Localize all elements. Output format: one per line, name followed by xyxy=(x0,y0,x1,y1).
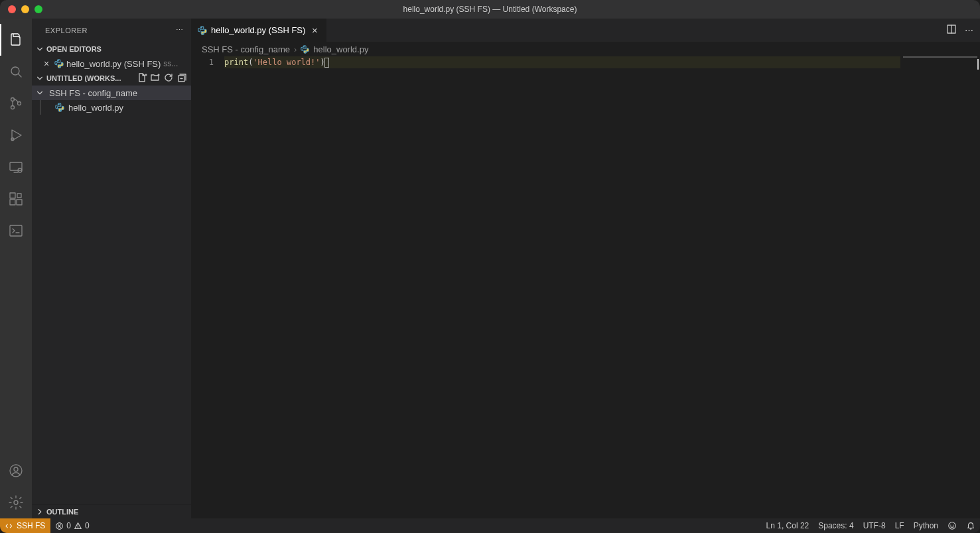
python-file-icon xyxy=(54,59,64,68)
text-cursor xyxy=(324,58,329,68)
close-icon[interactable]: × xyxy=(41,58,52,69)
folder-row[interactable]: SSH FS - config_name xyxy=(32,86,191,100)
workspace-section[interactable]: UNTITLED (WORKS... xyxy=(32,71,191,86)
python-file-icon xyxy=(301,45,309,54)
minimize-window-button[interactable] xyxy=(21,5,29,13)
breadcrumb-file[interactable]: hello_world.py xyxy=(313,44,368,54)
sidebar-more-icon[interactable]: ⋯ xyxy=(176,26,184,34)
svg-point-13 xyxy=(14,467,18,471)
python-file-icon xyxy=(198,26,207,35)
chevron-right-icon xyxy=(35,506,45,517)
svg-rect-10 xyxy=(17,194,21,198)
refresh-icon[interactable] xyxy=(163,72,174,84)
code-editor[interactable]: 1 print('Hello world!') xyxy=(191,56,980,518)
language-status[interactable]: Python xyxy=(909,518,943,533)
svg-point-14 xyxy=(14,501,18,504)
svg-rect-11 xyxy=(10,225,22,236)
run-debug-icon[interactable] xyxy=(0,119,32,151)
close-window-button[interactable] xyxy=(8,5,16,13)
editor-area: hello_world.py (SSH FS) × ⋯ SSH FS - con… xyxy=(191,19,980,518)
scroll-indicator xyxy=(977,59,979,70)
chevron-down-icon xyxy=(35,44,45,54)
close-tab-icon[interactable]: × xyxy=(309,25,320,36)
feedback-icon[interactable] xyxy=(943,518,961,533)
settings-gear-icon[interactable] xyxy=(0,487,32,518)
chevron-right-icon: › xyxy=(294,44,297,54)
sidebar: EXPLORER ⋯ OPEN EDITORS × hello_world.py… xyxy=(32,19,191,518)
line-gutter: 1 xyxy=(191,56,224,518)
svg-point-4 xyxy=(11,138,14,141)
cursor-position[interactable]: Ln 1, Col 22 xyxy=(762,518,814,533)
file-row[interactable]: hello_world.py xyxy=(40,100,191,115)
new-file-icon[interactable] xyxy=(137,72,147,84)
python-file-icon xyxy=(55,103,64,112)
problems-status[interactable]: 0 0 xyxy=(50,518,94,533)
more-actions-icon[interactable]: ⋯ xyxy=(965,25,973,35)
search-icon[interactable] xyxy=(0,56,32,88)
vscode-window: hello_world.py (SSH FS) — Untitled (Work… xyxy=(0,0,980,533)
svg-point-18 xyxy=(949,522,956,530)
editor-tabs: hello_world.py (SSH FS) × ⋯ xyxy=(191,19,980,42)
eol-status[interactable]: LF xyxy=(890,518,909,533)
titlebar: hello_world.py (SSH FS) — Untitled (Work… xyxy=(0,0,980,19)
remote-explorer-icon[interactable] xyxy=(0,151,32,183)
outline-section[interactable]: OUTLINE xyxy=(32,504,191,518)
status-bar: SSH FS 0 0 Ln 1, Col 22 Spaces: 4 UTF-8 … xyxy=(0,518,980,533)
breadcrumbs[interactable]: SSH FS - config_name › hello_world.py xyxy=(191,42,980,56)
source-control-icon[interactable] xyxy=(0,88,32,119)
encoding-status[interactable]: UTF-8 xyxy=(859,518,890,533)
window-controls xyxy=(0,5,42,13)
chevron-down-icon xyxy=(35,73,45,84)
remote-status[interactable]: SSH FS xyxy=(0,518,50,533)
chevron-down-icon xyxy=(35,88,45,98)
svg-point-2 xyxy=(11,106,15,109)
sidebar-title: EXPLORER ⋯ xyxy=(32,19,191,42)
extensions-icon[interactable] xyxy=(0,183,32,215)
split-editor-icon[interactable] xyxy=(946,24,957,36)
svg-point-3 xyxy=(18,102,21,105)
minimap[interactable] xyxy=(900,56,980,518)
svg-rect-5 xyxy=(10,162,22,170)
svg-rect-8 xyxy=(10,200,15,205)
indentation-status[interactable]: Spaces: 4 xyxy=(813,518,858,533)
collapse-all-icon[interactable] xyxy=(176,72,187,84)
activity-bar xyxy=(0,19,32,518)
svg-rect-7 xyxy=(10,193,15,198)
svg-rect-9 xyxy=(17,200,22,205)
open-editor-item[interactable]: × hello_world.py (SSH FS) ss... xyxy=(32,56,191,71)
window-title: hello_world.py (SSH FS) — Untitled (Work… xyxy=(0,5,980,14)
code-line[interactable]: print('Hello world!') xyxy=(224,56,900,68)
explorer-icon[interactable] xyxy=(0,24,32,56)
new-folder-icon[interactable] xyxy=(150,72,161,84)
editor-tab[interactable]: hello_world.py (SSH FS) × xyxy=(191,19,327,42)
notifications-icon[interactable] xyxy=(961,518,980,533)
open-editors-section[interactable]: OPEN EDITORS xyxy=(32,42,191,56)
accounts-icon[interactable] xyxy=(0,455,32,487)
terminal-icon[interactable] xyxy=(0,215,32,247)
breadcrumb-folder[interactable]: SSH FS - config_name xyxy=(202,44,290,54)
maximize-window-button[interactable] xyxy=(35,5,42,13)
